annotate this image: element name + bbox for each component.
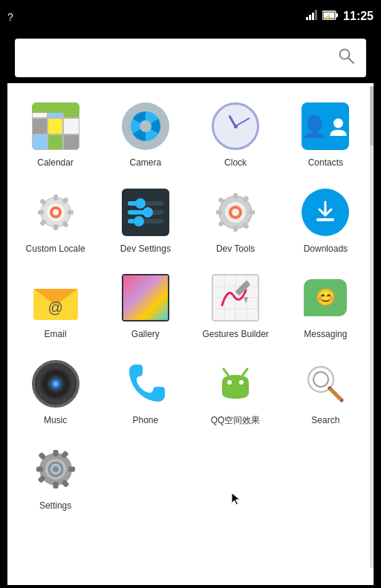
app-label-gestures-builder: Gestures Builder: [202, 329, 268, 341]
app-grid: Calendar Camera Clock: [7, 91, 374, 520]
contacts-icon: [300, 101, 351, 151]
app-label-qq: QQ空间效果: [211, 415, 261, 427]
svg-point-35: [232, 209, 239, 216]
app-item-music[interactable]: Music: [10, 348, 100, 434]
gestures-builder-icon: [210, 272, 261, 323]
svg-point-43: [239, 380, 244, 385]
app-item-settings[interactable]: Settings: [10, 434, 100, 520]
svg-rect-2: [309, 15, 311, 20]
app-item-gallery[interactable]: Gallery: [100, 262, 190, 348]
app-item-dev-settings[interactable]: Dev Settings: [100, 177, 190, 263]
app-label-dev-settings: Dev Settings: [120, 244, 171, 255]
svg-rect-1: [306, 17, 308, 20]
svg-rect-52: [53, 450, 58, 457]
status-left: ?: [7, 10, 22, 23]
music-icon: [30, 359, 81, 409]
svg-rect-54: [68, 467, 75, 472]
gallery-icon: [120, 272, 171, 323]
svg-rect-28: [216, 210, 222, 215]
scrollbar-track[interactable]: [370, 86, 374, 569]
app-label-dev-tools: Dev Tools: [216, 244, 255, 255]
app-label-camera: Camera: [130, 157, 162, 169]
app-item-dev-tools[interactable]: Dev Tools: [191, 177, 281, 263]
app-item-qq[interactable]: QQ空间效果: [191, 348, 281, 434]
svg-point-23: [53, 209, 59, 215]
app-label-email: Email: [45, 329, 67, 341]
svg-line-40: [224, 369, 228, 375]
app-label-settings: Settings: [39, 500, 71, 512]
svg-rect-53: [53, 482, 58, 489]
signal-icon: [306, 10, 318, 23]
app-label-music: Music: [44, 415, 67, 427]
app-item-camera[interactable]: Camera: [100, 91, 190, 177]
downloads-icon: [300, 187, 351, 238]
search-icon: [338, 48, 354, 68]
app-item-email[interactable]: @ Email: [10, 262, 100, 348]
app-label-calendar: Calendar: [37, 157, 74, 169]
svg-line-10: [348, 58, 354, 63]
app-label-custom-locale: Custom Locale: [26, 244, 85, 255]
app-item-search[interactable]: Search: [281, 348, 371, 434]
app-label-search: Search: [311, 415, 339, 427]
app-item-phone[interactable]: Phone: [100, 348, 190, 434]
svg-rect-27: [249, 210, 255, 215]
search-bar[interactable]: [15, 39, 366, 77]
svg-rect-3: [312, 13, 314, 20]
app-item-downloads[interactable]: Downloads: [281, 177, 371, 263]
svg-rect-15: [68, 210, 74, 215]
app-label-messaging: Messaging: [304, 329, 347, 341]
app-item-contacts[interactable]: Contacts: [281, 91, 371, 177]
dev-tools-icon: [210, 187, 261, 238]
messaging-icon: 😊: [300, 272, 351, 323]
phone-icon: [120, 359, 171, 409]
qq-icon: [210, 359, 261, 409]
svg-rect-45: [241, 385, 247, 397]
svg-line-41: [243, 369, 247, 375]
app-item-clock[interactable]: Clock: [191, 91, 281, 177]
svg-rect-26: [233, 226, 238, 232]
scrollbar-thumb[interactable]: [370, 86, 374, 146]
status-time: 11:25: [343, 10, 374, 23]
svg-rect-6: [336, 13, 339, 17]
clock-icon: [210, 101, 261, 151]
svg-rect-25: [233, 193, 238, 199]
app-item-messaging[interactable]: 😊 Messaging: [281, 262, 371, 348]
email-icon: @: [30, 272, 81, 323]
svg-rect-55: [36, 467, 43, 472]
wifi-icon: ?: [7, 10, 22, 23]
svg-rect-16: [38, 210, 44, 215]
dev-settings-icon: [120, 187, 171, 238]
svg-point-11: [333, 119, 343, 128]
svg-rect-13: [53, 195, 58, 200]
svg-text:?: ?: [7, 11, 13, 21]
svg-point-42: [227, 380, 232, 385]
svg-line-50: [331, 390, 340, 399]
custom-locale-icon: [30, 187, 81, 238]
search-app-icon: [300, 359, 351, 409]
svg-rect-4: [315, 10, 317, 20]
status-bar: ? ⚡ 11:25: [0, 0, 381, 33]
svg-rect-14: [53, 224, 58, 230]
app-label-clock: Clock: [224, 157, 247, 169]
app-item-gestures-builder[interactable]: Gestures Builder: [191, 262, 281, 348]
app-label-gallery: Gallery: [131, 329, 160, 341]
svg-rect-36: [316, 218, 334, 221]
app-label-phone: Phone: [133, 415, 159, 427]
app-label-downloads: Downloads: [304, 244, 348, 255]
camera-icon: [120, 101, 171, 151]
status-right: ⚡ 11:25: [306, 10, 374, 23]
calendar-icon: [30, 101, 81, 151]
app-label-contacts: Contacts: [308, 157, 343, 169]
svg-rect-44: [224, 385, 229, 397]
settings-icon: [30, 444, 81, 494]
app-grid-container: Calendar Camera Clock: [7, 83, 374, 585]
battery-icon: ⚡: [322, 10, 339, 23]
app-item-calendar[interactable]: Calendar: [10, 91, 100, 177]
svg-point-62: [53, 466, 59, 472]
svg-text:⚡: ⚡: [325, 13, 332, 20]
app-item-custom-locale[interactable]: Custom Locale: [10, 177, 100, 263]
